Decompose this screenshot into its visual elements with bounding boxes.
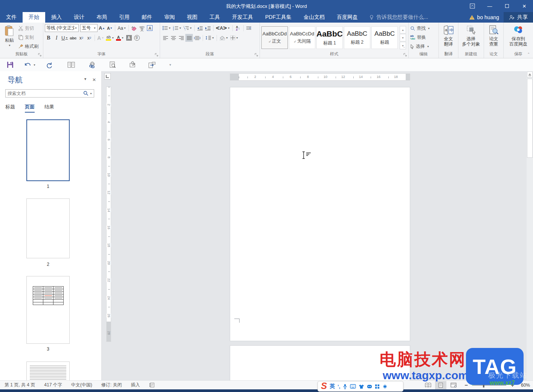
shrink-font-button[interactable]: A▼ (106, 24, 113, 32)
font-name-select[interactable]: 等线 (中文正文)▼ (45, 24, 79, 32)
style-normal[interactable]: AaBbCcDd ↲ 正文 (261, 26, 288, 49)
side-by-side-view-button[interactable] (63, 59, 80, 70)
tab-tools[interactable]: 工具 (203, 12, 226, 23)
bold-button[interactable]: B (45, 34, 52, 42)
maximize-button[interactable] (498, 0, 516, 12)
vertical-scrollbar[interactable] (527, 71, 533, 380)
tab-view[interactable]: 视图 (181, 12, 203, 23)
change-case-button[interactable]: Aa▼ (117, 24, 127, 32)
tab-baidu-netdisk[interactable]: 百度网盘 (331, 12, 364, 23)
ime-emoji-icon[interactable] (367, 384, 372, 389)
sogou-logo-icon[interactable]: S (321, 381, 327, 390)
strikethrough-button[interactable]: abc (69, 34, 77, 42)
character-shading-button[interactable]: A (125, 34, 133, 42)
status-macro-icon[interactable] (144, 383, 159, 387)
print-preview-button[interactable] (104, 59, 121, 70)
increase-indent-button[interactable] (204, 24, 212, 32)
search-input[interactable] (6, 91, 83, 96)
decrease-indent-button[interactable] (196, 24, 204, 32)
font-dialog-launcher[interactable] (155, 53, 159, 57)
bullets-button[interactable]: ▼ (162, 24, 172, 32)
tab-mailings[interactable]: 邮件 (136, 12, 158, 23)
replace-button[interactable]: ab⤷ac 替换 (410, 33, 430, 41)
status-track-changes[interactable]: 修订: 关闭 (97, 382, 127, 388)
cut-button[interactable]: 剪切 (18, 24, 38, 32)
numbering-button[interactable]: 123▼ (172, 24, 182, 32)
style-heading1[interactable]: AaBbC 标题 1 (316, 26, 343, 49)
style-heading2[interactable]: AaBbC 标题 2 (344, 26, 370, 49)
tab-design[interactable]: 设计 (68, 12, 90, 23)
styles-scroll-down-button[interactable]: ▼ (400, 34, 406, 41)
clear-formatting-button[interactable]: A (130, 24, 138, 32)
ruler-toggle-button[interactable] (527, 72, 533, 78)
superscript-button[interactable]: x2 (86, 34, 93, 42)
full-text-translate-button[interactable]: a中 全文 翻译 (442, 24, 455, 51)
enclose-characters-button[interactable]: 字 (133, 34, 141, 42)
distributed-button[interactable] (193, 34, 201, 42)
tab-home[interactable]: 开始 (23, 12, 45, 23)
find-button[interactable]: 查找▼ (410, 24, 430, 32)
style-title[interactable]: AaBbC 标题 (371, 26, 398, 49)
status-language[interactable]: 中文(中国) (67, 382, 97, 388)
format-painter-button[interactable]: 格式刷 (18, 42, 38, 50)
read-mode-button[interactable] (422, 381, 434, 389)
align-left-button[interactable] (162, 34, 169, 42)
nav-tab-pages[interactable]: 页面 (25, 104, 35, 113)
font-size-select[interactable]: 五号▼ (80, 24, 98, 32)
select-button[interactable]: 选择▼ (410, 42, 430, 50)
align-right-button[interactable] (177, 34, 185, 42)
undo-dropdown-arrow[interactable]: ▼ (33, 64, 36, 66)
search-dropdown-arrow[interactable]: ▼ (90, 92, 92, 95)
phonetic-guide-button[interactable]: wén文 (138, 24, 146, 32)
tab-pdf-tools[interactable]: PDF工具集 (259, 12, 298, 23)
nav-options-arrow[interactable]: ▼ (84, 77, 87, 82)
status-insert-mode[interactable]: 插入 (126, 382, 144, 388)
sort-button[interactable]: AZ↓ (234, 24, 242, 32)
collapse-ribbon-button[interactable]: ⌃ (527, 52, 530, 56)
tab-references[interactable]: 引用 (113, 12, 136, 23)
underline-button[interactable]: U▼ (61, 34, 69, 42)
scrollbar-thumb[interactable] (527, 79, 533, 158)
grow-font-button[interactable]: A▲ (98, 24, 105, 32)
multilevel-list-button[interactable]: 1ai▼ (183, 24, 193, 32)
clipboard-dialog-launcher[interactable] (38, 53, 42, 57)
shading-button[interactable]: ▼ (218, 34, 229, 42)
status-page-count[interactable]: 第 1 页, 共 4 页 (0, 382, 40, 388)
share-button[interactable]: 共享 (504, 12, 533, 23)
tab-insert[interactable]: 插入 (45, 12, 68, 23)
attach-file-button[interactable] (124, 59, 141, 70)
ime-keyboard-icon[interactable] (350, 384, 356, 389)
print-layout-button[interactable] (435, 381, 446, 389)
asian-layout-button[interactable]: ᐸAᐳ▼ (215, 24, 231, 32)
character-border-button[interactable]: A (146, 24, 154, 32)
account-box[interactable]: bo huang (464, 14, 504, 20)
tab-stop-selector[interactable] (104, 73, 111, 79)
tell-me-box[interactable]: 告诉我您想要做什么... (364, 12, 434, 23)
page-thumbnail-3[interactable] (26, 276, 70, 344)
web-layout-button[interactable] (448, 381, 459, 389)
justify-button[interactable] (185, 34, 193, 42)
tab-developer[interactable]: 开发工具 (226, 12, 259, 23)
italic-button[interactable]: I (53, 34, 60, 42)
show-marks-button[interactable] (245, 24, 253, 32)
nav-tab-headings[interactable]: 标题 (5, 104, 15, 113)
styles-more-button[interactable]: ▼̲ (400, 42, 406, 49)
styles-dialog-launcher[interactable] (403, 53, 407, 57)
ribbon-display-options-button[interactable] (464, 0, 481, 12)
page-thumbnail-1[interactable] (26, 119, 70, 181)
tab-layout[interactable]: 布局 (90, 12, 113, 23)
highlight-color-button[interactable]: ab▼ (105, 34, 115, 42)
borders-button[interactable]: ▼ (229, 34, 239, 42)
minimize-button[interactable]: — (481, 0, 498, 12)
line-spacing-button[interactable]: ▼ (205, 34, 215, 42)
text-effects-button[interactable]: A▼ (96, 34, 105, 42)
nav-tab-results[interactable]: 结果 (44, 104, 54, 113)
page-thumbnail-2[interactable] (26, 198, 70, 258)
qat-customize-button[interactable]: ▼ (166, 59, 175, 70)
redo-button[interactable] (41, 59, 58, 70)
font-color-button[interactable]: A▼ (115, 34, 125, 42)
undo-button[interactable]: ▼ (19, 59, 41, 70)
save-button[interactable] (2, 59, 19, 70)
zoom-out-button[interactable]: − (464, 382, 468, 388)
subscript-button[interactable]: x2 (78, 34, 85, 42)
